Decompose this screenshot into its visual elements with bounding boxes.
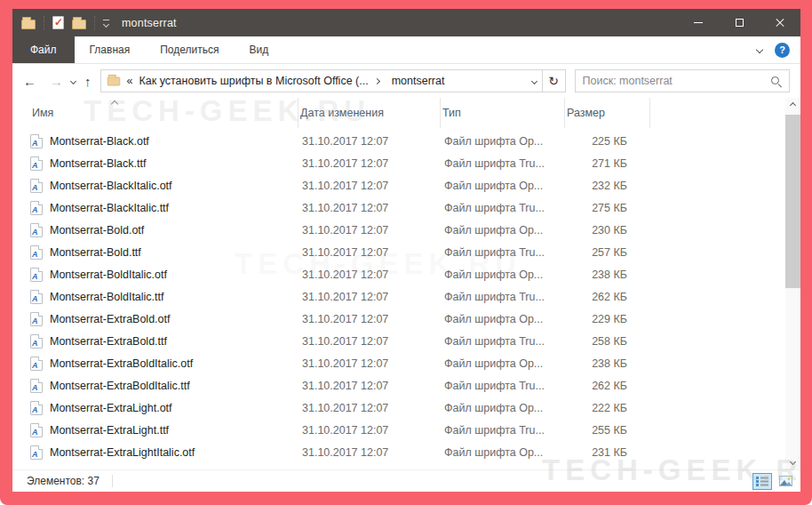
file-type: Файл шрифта Tru... (441, 335, 565, 348)
file-date-modified: 31.10.2017 12:07 (299, 291, 441, 303)
breadcrumb-parent-folder[interactable]: Как установить шрифты в Microsoft Office… (139, 75, 368, 87)
vertical-scrollbar[interactable] (785, 98, 800, 469)
table-row[interactable]: Montserrat-BlackItalic.otf 31.10.2017 12… (12, 174, 800, 196)
column-header-name[interactable]: Имя (30, 98, 299, 128)
breadcrumb-current-folder[interactable]: montserrat (392, 75, 445, 87)
table-row[interactable]: Montserrat-ExtraLight.ttf 31.10.2017 12:… (12, 419, 800, 441)
file-date-modified: 31.10.2017 12:07 (299, 135, 441, 148)
quick-access-toolbar (12, 16, 109, 30)
search-icon[interactable] (770, 76, 782, 87)
file-type: Файл шрифта Tru... (441, 291, 565, 303)
navigation-bar: ← → ↑ « Как установить шрифты в Microsof… (12, 64, 800, 98)
tab-view[interactable]: Вид (234, 36, 283, 63)
file-name: Montserrat-BlackItalic.otf (50, 180, 172, 192)
file-size: 231 КБ (565, 446, 627, 459)
table-row[interactable]: Montserrat-Bold.otf 31.10.2017 12:07 Фай… (12, 219, 800, 241)
file-name: Montserrat-BoldItalic.ttf (50, 291, 164, 303)
file-size: 257 КБ (565, 246, 627, 259)
scrollbar-thumb[interactable] (785, 115, 800, 288)
chevron-down-icon (103, 20, 109, 27)
close-button[interactable] (760, 9, 800, 36)
search-input[interactable] (583, 75, 771, 87)
up-button[interactable]: ↑ (84, 75, 92, 88)
new-folder-icon[interactable] (72, 20, 86, 29)
file-name: Montserrat-ExtraLight.otf (50, 402, 172, 414)
table-row[interactable]: Montserrat-Bold.ttf 31.10.2017 12:07 Фай… (12, 241, 800, 263)
minimize-icon (694, 22, 703, 23)
table-row[interactable]: Montserrat-ExtraBold.otf 31.10.2017 12:0… (12, 308, 800, 330)
file-date-modified: 31.10.2017 12:07 (299, 402, 441, 414)
back-button[interactable]: ← (23, 75, 36, 88)
file-name: Montserrat-Black.ttf (50, 157, 146, 170)
file-type: Файл шрифта Tru... (441, 246, 565, 259)
breadcrumb-truncation[interactable]: « (127, 75, 133, 87)
details-view-button[interactable] (752, 473, 772, 490)
table-row[interactable]: Montserrat-ExtraLightItalic.otf 31.10.20… (12, 441, 800, 463)
column-header-date[interactable]: Дата изменения (299, 98, 441, 128)
address-bar[interactable]: « Как установить шрифты в Microsoft Offi… (100, 69, 543, 92)
maximize-button[interactable] (719, 9, 760, 36)
font-file-icon (30, 445, 43, 460)
file-size: 238 КБ (565, 357, 627, 370)
file-type: Файл шрифта Op... (441, 402, 565, 414)
chevron-up-icon (790, 102, 796, 108)
thumbnails-view-button[interactable] (776, 473, 795, 490)
table-row[interactable]: Montserrat-ExtraBoldItalic.otf 31.10.201… (12, 352, 800, 374)
table-row[interactable]: Montserrat-ExtraLight.otf 31.10.2017 12:… (12, 397, 800, 419)
file-type: Файл шрифта Op... (441, 269, 565, 281)
address-dropdown-chevron-icon[interactable] (530, 77, 537, 84)
scrollbar-track[interactable] (785, 113, 800, 454)
column-header-size[interactable]: Размер (565, 98, 650, 128)
scroll-down-button[interactable] (785, 454, 800, 469)
refresh-button[interactable]: ↻ (543, 69, 566, 92)
file-name: Montserrat-Bold.ttf (50, 246, 141, 259)
file-type: Файл шрифта Op... (441, 180, 565, 192)
search-box (575, 69, 791, 92)
tab-home[interactable]: Главная (75, 36, 146, 63)
font-file-icon (30, 401, 43, 415)
file-size: 225 КБ (565, 135, 627, 148)
scroll-up-button[interactable] (785, 98, 800, 113)
status-bar: Элементов: 37 (12, 469, 800, 492)
chevron-right-icon (374, 77, 380, 84)
file-type: Файл шрифта Op... (441, 313, 565, 325)
file-type: Файл шрифта Op... (441, 224, 565, 236)
file-date-modified: 31.10.2017 12:07 (299, 224, 441, 236)
recent-locations-chevron-icon[interactable] (70, 77, 76, 84)
column-header-type[interactable]: Тип (441, 98, 565, 128)
file-size: 229 КБ (565, 313, 627, 325)
screenshot-red-frame: montserrat Файл Главная Поделиться Вид ?… (0, 0, 812, 505)
file-name: Montserrat-BoldItalic.otf (50, 269, 167, 281)
tab-share[interactable]: Поделиться (145, 36, 234, 63)
table-row[interactable]: Montserrat-BlackItalic.ttf 31.10.2017 12… (12, 196, 800, 219)
file-size: 275 КБ (565, 202, 627, 214)
title-bar: montserrat (12, 9, 800, 36)
file-size: 230 КБ (565, 224, 627, 236)
table-row[interactable]: Montserrat-BoldItalic.ttf 31.10.2017 12:… (12, 285, 800, 308)
file-name: Montserrat-BlackItalic.ttf (50, 202, 169, 214)
properties-check-icon[interactable] (52, 16, 64, 29)
thumbnails-view-icon (779, 476, 792, 486)
table-row[interactable]: Montserrat-BoldItalic.otf 31.10.2017 12:… (12, 263, 800, 285)
file-date-modified: 31.10.2017 12:07 (299, 202, 441, 214)
file-name: Montserrat-ExtraLight.ttf (50, 424, 169, 437)
minimize-button[interactable] (678, 9, 719, 36)
tab-file[interactable]: Файл (12, 36, 75, 63)
expand-ribbon-chevron-icon[interactable] (756, 46, 763, 53)
font-file-icon (30, 223, 43, 237)
file-name: Montserrat-Black.otf (50, 135, 149, 148)
table-row[interactable]: Montserrat-Black.otf 31.10.2017 12:07 Фа… (12, 130, 800, 152)
forward-button[interactable]: → (50, 75, 63, 88)
table-row[interactable]: Montserrat-Black.ttf 31.10.2017 12:07 Фа… (12, 152, 800, 174)
window-title: montserrat (122, 17, 177, 29)
table-row[interactable]: Montserrat-ExtraBoldItalic.ttf 31.10.201… (12, 374, 800, 397)
items-count: Элементов: 37 (27, 475, 100, 487)
file-type: Файл шрифта Tru... (441, 157, 565, 170)
file-size: 262 КБ (565, 291, 627, 303)
customize-qat-dropdown[interactable] (103, 20, 109, 27)
table-row[interactable]: Montserrat-ExtraBold.ttf 31.10.2017 12:0… (12, 330, 800, 352)
help-icon[interactable]: ? (775, 43, 790, 58)
ribbon-tab-row: Файл Главная Поделиться Вид ? (12, 36, 800, 64)
file-name: Montserrat-ExtraBoldItalic.ttf (50, 380, 190, 392)
font-file-icon (30, 201, 43, 215)
